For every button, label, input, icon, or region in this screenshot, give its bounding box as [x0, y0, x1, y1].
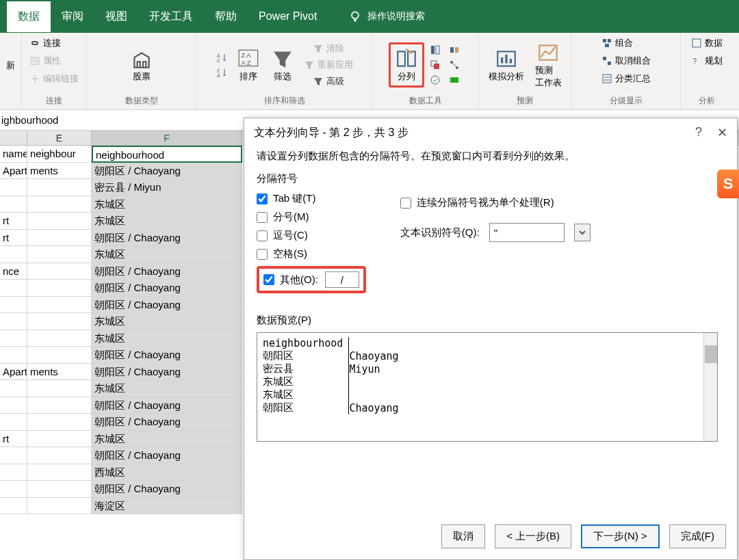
- text-qualifier-dropdown-button[interactable]: [574, 224, 591, 241]
- col-header[interactable]: [0, 131, 27, 145]
- tell-me-label: 操作说明搜索: [367, 10, 425, 23]
- manage-data-model-button[interactable]: [446, 73, 463, 87]
- data-analysis-button[interactable]: 数据: [688, 36, 725, 51]
- tab-powerpivot[interactable]: Power Pivot: [248, 2, 328, 31]
- semicolon-delimiter-checkbox[interactable]: 分号(M): [257, 211, 366, 224]
- other-delimiter-input[interactable]: [263, 274, 274, 285]
- subtotal-icon: [601, 73, 612, 84]
- advanced-filter-button[interactable]: 高级: [301, 74, 356, 89]
- tab-review[interactable]: 审阅: [51, 1, 94, 32]
- svg-rect-9: [398, 51, 405, 66]
- sort-asc-icon: AZ: [216, 52, 227, 63]
- comma-delimiter-checkbox[interactable]: 逗号(C): [257, 229, 366, 242]
- flash-fill-button[interactable]: [427, 43, 443, 57]
- svg-rect-17: [455, 47, 458, 53]
- datamodel-icon: [449, 75, 460, 85]
- reapply-filter-button[interactable]: 重新应用: [301, 57, 356, 72]
- editlinks-icon: [29, 73, 40, 84]
- data-preview-box: neighbourhood朝阳区Chaoyang密云县Miyun东城区东城区朝阳…: [257, 332, 718, 442]
- analysis-icon: [691, 38, 702, 49]
- subtotal-button[interactable]: 分类汇总: [599, 71, 653, 86]
- remove-dup-icon: [430, 59, 441, 70]
- svg-text:Z A: Z A: [241, 51, 251, 58]
- svg-rect-24: [608, 39, 611, 42]
- svg-rect-1: [31, 57, 39, 64]
- other-delimiter-highlight: 其他(O):: [257, 266, 366, 293]
- solver-button[interactable]: ?规划: [688, 53, 725, 68]
- svg-rect-10: [408, 51, 415, 66]
- group-sort-filter: 排序和筛选: [264, 94, 305, 108]
- sort-desc-icon: ZA: [216, 67, 227, 78]
- consolidate-button[interactable]: [446, 43, 463, 57]
- reapply-icon: [304, 59, 315, 70]
- other-delimiter-checkbox[interactable]: 其他(O):: [263, 274, 318, 286]
- text-qualifier-select[interactable]: ": [489, 223, 565, 242]
- clear-filter-button[interactable]: 清除: [301, 41, 356, 56]
- tab-view[interactable]: 视图: [94, 1, 138, 32]
- tab-delimiter-input[interactable]: [257, 194, 268, 204]
- consecutive-delimiter-input[interactable]: [400, 198, 411, 209]
- ribbon-panel: 新 . 连接 属性 编辑链接 连接 股票: [0, 33, 739, 110]
- properties-button[interactable]: 属性: [27, 53, 64, 68]
- ungroup-rows-button[interactable]: 取消组合: [599, 53, 653, 68]
- group-forecast: 预测: [517, 94, 533, 108]
- space-delimiter-input[interactable]: [257, 249, 268, 260]
- dialog-help-button[interactable]: ?: [695, 125, 702, 140]
- ungroup-icon: [601, 55, 612, 66]
- svg-rect-11: [431, 46, 435, 54]
- group-data-types: 数据类型: [125, 94, 158, 108]
- what-if-analysis-button[interactable]: 模拟分析: [484, 44, 528, 85]
- data-validation-button[interactable]: [427, 73, 443, 87]
- comma-delimiter-input[interactable]: [257, 230, 268, 241]
- text-to-columns-button[interactable]: 分列: [389, 42, 424, 88]
- svg-rect-20: [450, 77, 458, 83]
- stocks-data-type[interactable]: 股票: [126, 44, 157, 85]
- edit-links-button[interactable]: 编辑链接: [27, 71, 81, 86]
- svg-rect-25: [605, 44, 609, 47]
- semicolon-delimiter-input[interactable]: [257, 212, 268, 223]
- dialog-title: 文本分列向导 - 第 2 步，共 3 步: [254, 126, 409, 140]
- forecast-sheet-button[interactable]: 预测 工作表: [531, 38, 566, 92]
- remove-duplicates-button[interactable]: [427, 58, 443, 72]
- sort-button[interactable]: Z AA Z 排序: [233, 44, 264, 85]
- relationships-button[interactable]: [446, 58, 463, 72]
- tab-data[interactable]: 数据: [7, 1, 51, 32]
- space-delimiter-checkbox[interactable]: 空格(S): [257, 248, 366, 261]
- lightbulb-icon: [348, 10, 362, 23]
- next-button[interactable]: 下一步(N) >: [581, 524, 660, 548]
- col-header-E[interactable]: E: [27, 131, 92, 145]
- preview-content: neighbourhood朝阳区Chaoyang密云县Miyun东城区东城区朝阳…: [257, 333, 717, 418]
- svg-point-15: [431, 76, 439, 84]
- forecast-icon: [536, 41, 560, 64]
- tab-delimiter-checkbox[interactable]: Tab 键(T): [257, 192, 366, 205]
- sort-desc-button[interactable]: ZA: [213, 66, 230, 79]
- refresh-all-button[interactable]: 新: [3, 58, 18, 73]
- group-rows-button[interactable]: 组合: [599, 36, 636, 51]
- other-delimiter-value[interactable]: [325, 271, 359, 288]
- consecutive-delimiter-checkbox[interactable]: 连续分隔符号视为单个处理(R): [400, 196, 591, 209]
- filter-button[interactable]: 筛选: [267, 44, 298, 85]
- back-button[interactable]: < 上一步(B): [495, 524, 571, 548]
- tab-help[interactable]: 帮助: [204, 1, 248, 32]
- finish-button[interactable]: 完成(F): [669, 524, 726, 548]
- svg-rect-23: [603, 39, 606, 42]
- ribbon-tabs: 数据 审阅 视图 开发工具 帮助 Power Pivot 操作说明搜索: [0, 0, 739, 33]
- preview-scrollbar-vertical[interactable]: [703, 333, 717, 441]
- cancel-button[interactable]: 取消: [441, 524, 485, 548]
- connections-button[interactable]: 连接: [27, 36, 64, 51]
- sort-asc-button[interactable]: AZ: [213, 51, 230, 64]
- tab-devtools[interactable]: 开发工具: [138, 1, 204, 32]
- tell-me-search[interactable]: 操作说明搜索: [348, 10, 425, 23]
- sogou-ime-badge[interactable]: S: [717, 170, 739, 198]
- svg-rect-28: [603, 75, 611, 83]
- svg-text:A: A: [217, 73, 220, 78]
- dialog-close-button[interactable]: ✕: [717, 125, 727, 140]
- clear-icon: [313, 43, 324, 54]
- delimiters-section-label: 分隔符号: [257, 172, 725, 185]
- advanced-icon: [313, 76, 324, 87]
- relationships-icon: [449, 59, 460, 70]
- col-header-F[interactable]: F: [92, 131, 242, 145]
- group-analysis: 分析: [699, 94, 715, 108]
- link-icon: [29, 38, 40, 49]
- svg-text:?: ?: [692, 57, 697, 65]
